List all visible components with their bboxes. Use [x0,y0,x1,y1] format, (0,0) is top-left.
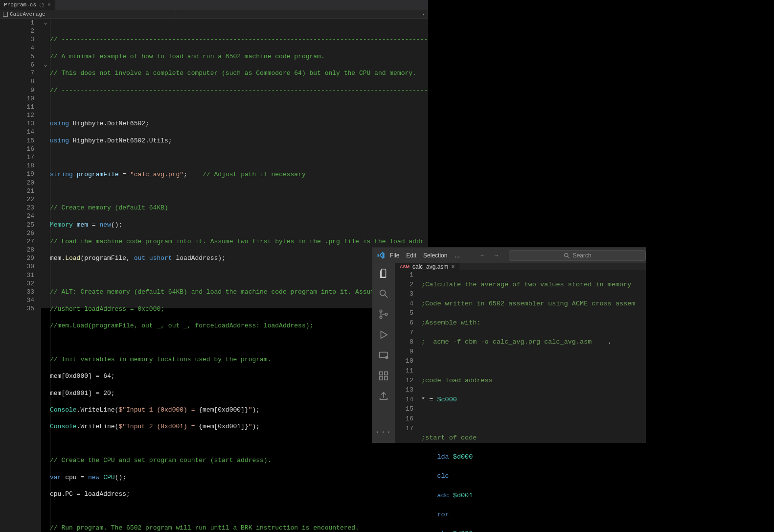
tab-calc-avg-asm[interactable]: ASM calc_avg.asm × [395,263,460,270]
svg-line-3 [385,295,388,298]
nav-forward-icon[interactable]: → [493,252,499,259]
menu-edit[interactable]: Edit [406,252,416,259]
svg-rect-9 [380,372,383,375]
search-icon [564,253,570,259]
namespace-dropdown[interactable]: CalcAverage [0,10,176,18]
close-icon[interactable]: × [47,2,51,8]
namespace-icon [3,12,8,17]
svg-rect-10 [380,377,383,380]
member-dropdown[interactable]: ▾ [176,10,428,18]
close-icon[interactable]: × [451,263,455,270]
vscode-tab-bar: ASM calc_avg.asm × [395,263,646,270]
share-icon[interactable] [378,391,389,402]
search-icon[interactable] [378,288,389,300]
search-placeholder: Search [573,252,592,259]
run-debug-icon[interactable] [378,329,389,341]
menu-file[interactable]: File [390,252,399,259]
menu-more[interactable]: … [454,252,460,259]
explorer-icon[interactable] [378,267,389,279]
visual-studio-window: Program.cs ⭯ × CalcAverage ▾ 12345678910… [0,0,428,308]
fold-column: ⌄⌄ [41,19,50,532]
svg-rect-12 [385,372,387,375]
svg-point-4 [380,310,382,312]
nav-back-icon[interactable]: ← [479,252,485,259]
activity-bar: ··· [372,263,395,443]
source-control-icon[interactable] [378,308,389,320]
vs-code-editor[interactable]: 1234567891011121314151617181920212223242… [0,19,428,532]
svg-point-5 [380,316,382,319]
chevron-down-icon: ▾ [422,12,425,17]
svg-point-0 [564,253,568,256]
tab-title: Program.cs [4,2,36,8]
vscode-window: File Edit Selection … ← → Search ··· [372,247,646,443]
line-number-gutter: 1234567891011121314151617181920212223242… [0,19,41,532]
tab-program-cs[interactable]: Program.cs ⭯ × [0,0,55,10]
svg-point-6 [385,313,387,316]
svg-point-2 [380,290,386,296]
vs-navigation-bar: CalcAverage ▾ [0,10,428,19]
svg-rect-11 [385,377,387,380]
menu-selection[interactable]: Selection [423,252,447,259]
namespace-label: CalcAverage [10,11,46,17]
line-number-gutter: 1234567891011121314151617 [395,270,421,532]
pin-icon[interactable]: ⭯ [39,2,45,8]
vscode-menu-bar: File Edit Selection … [390,252,460,259]
asm-badge-icon: ASM [400,264,410,269]
remote-icon[interactable] [378,349,389,361]
nav-arrows: ← → [479,252,499,259]
tab-title: calc_avg.asm [412,263,448,270]
vs-tab-bar: Program.cs ⭯ × [0,0,428,10]
vscode-logo-icon [377,252,385,259]
vscode-code-editor[interactable]: 1234567891011121314151617 ;Calculate the… [395,270,646,532]
vscode-title-bar: File Edit Selection … ← → Search [372,248,646,263]
code-content[interactable]: ;Calculate the average of two values sto… [421,270,646,532]
more-icon[interactable]: ··· [378,426,389,438]
command-center-search[interactable]: Search [509,250,646,261]
svg-line-1 [568,256,569,258]
extensions-icon[interactable] [378,370,389,382]
